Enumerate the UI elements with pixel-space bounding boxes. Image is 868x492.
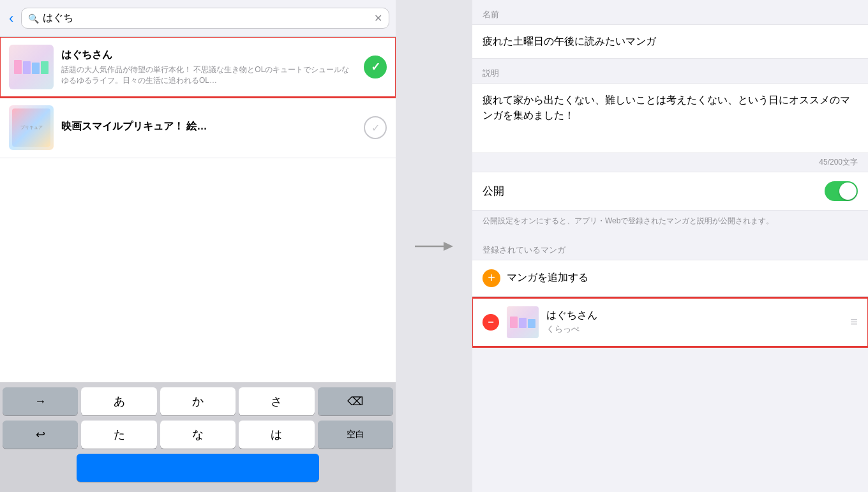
key-blue[interactable] (77, 454, 319, 482)
char-count: 45/200文字 (472, 153, 868, 172)
key-ka[interactable]: か (160, 387, 236, 415)
search-input[interactable] (43, 13, 370, 24)
search-results-list: はぐちさん 話題の大人気作品が待望の単行本化！ 不思議な生き物とOLのキュートで… (0, 37, 396, 382)
book2 (23, 61, 31, 74)
name-value-text: 疲れた土曜日の午後に読みたいマンガ (483, 34, 858, 49)
result-item-haguchi[interactable]: はぐちさん 話題の大人気作品が待望の単行本化！ 不思議な生き物とOLのキュートで… (0, 37, 396, 98)
result-desc-haguchi: 話題の大人気作品が待望の単行本化！ 不思議な生き物とOLのキュートでシュールなゆ… (61, 64, 356, 86)
key-delete[interactable]: ⌫ (318, 387, 393, 415)
result-info-haguchi: はぐちさん 話題の大人気作品が待望の単行本化！ 不思議な生き物とOLのキュートで… (61, 48, 356, 86)
key-na[interactable]: な (160, 421, 236, 449)
search-input-wrapper: 🔍 ✕ (21, 8, 389, 29)
desc-value-text: 疲れて家から出たくない、難しいことは考えたくない、という日にオススメのマンガを集… (483, 93, 858, 123)
key-ta[interactable]: た (81, 421, 156, 449)
key-ha[interactable]: は (239, 421, 314, 449)
book4 (41, 61, 49, 74)
desc-value-box[interactable]: 疲れて家から出たくない、難しいことは考えたくない、という日にオススメのマンガを集… (472, 83, 868, 153)
manga-thumb-books (510, 317, 535, 328)
toggle-row: 公開 (472, 172, 868, 211)
keyboard-row-1: → あ か さ ⌫ (3, 387, 393, 415)
keyboard-area: → あ か さ ⌫ ↩ た な は 空白 (0, 382, 396, 492)
result-check-precure[interactable]: ✓ (364, 116, 387, 139)
search-clear-button[interactable]: ✕ (374, 12, 382, 24)
book3 (32, 63, 40, 74)
drag-handle-icon[interactable]: ≡ (850, 315, 858, 329)
manga-item-info: はぐちさん くらっぺ (546, 309, 842, 335)
public-section: 公開 公開設定をオンにすると、アプリ・Webで登録されたマンガと説明が公開されま… (472, 172, 868, 235)
manga-item-title: はぐちさん (546, 309, 842, 322)
desc-section: 説明 疲れて家から出たくない、難しいことは考えたくない、という日にオススメのマン… (472, 59, 868, 172)
manga-item-thumb (507, 306, 539, 338)
mbook2 (519, 318, 527, 328)
name-label: 名前 (472, 0, 868, 24)
arrow-icon (415, 237, 453, 256)
result-thumbnail-haguchi (9, 45, 54, 89)
name-value-box[interactable]: 疲れた土曜日の午後に読みたいマンガ (472, 24, 868, 59)
registered-section: 登録されているマンガ + マンガを追加する − はぐちさん くらっぺ (472, 235, 868, 347)
result-title-precure: 映画スマイルプリキュア！ 絵… (61, 120, 356, 133)
result-thumbnail-precure: プリキュア (9, 105, 54, 150)
mbook1 (510, 317, 518, 328)
arrow-divider (396, 0, 472, 492)
registered-label: 登録されているマンガ (472, 235, 868, 260)
book1 (14, 60, 22, 74)
manga-item-author: くらっぺ (546, 324, 842, 335)
desc-label: 説明 (472, 59, 868, 83)
mbook3 (528, 319, 535, 328)
back-button[interactable]: ‹ (6, 10, 16, 27)
add-icon-circle: + (483, 269, 500, 287)
name-section: 名前 疲れた土曜日の午後に読みたいマンガ (472, 0, 868, 59)
precure-thumb-label: プリキュア (20, 124, 43, 131)
manga-list-item-wrapper: − はぐちさん くらっぺ ≡ (472, 298, 868, 347)
add-manga-label: マンガを追加する (507, 271, 588, 285)
keyboard-row-2: ↩ た な は 空白 (3, 421, 393, 449)
key-arrow[interactable]: → (3, 387, 78, 415)
check-unselected-icon: ✓ (371, 122, 380, 134)
result-info-precure: 映画スマイルプリキュア！ 絵… (61, 120, 356, 136)
check-selected-icon: ✓ (371, 60, 380, 74)
public-toggle[interactable] (825, 181, 858, 201)
public-label: 公開 (483, 184, 504, 198)
result-title-haguchi: はぐちさん (61, 48, 356, 62)
keyboard-row-3 (3, 454, 393, 482)
key-return[interactable]: ↩ (3, 421, 78, 449)
svg-marker-1 (444, 242, 453, 251)
manga-remove-button[interactable]: − (483, 314, 499, 331)
key-sa[interactable]: さ (239, 387, 314, 415)
key-a[interactable]: あ (81, 387, 156, 415)
add-manga-row[interactable]: + マンガを追加する (472, 260, 868, 297)
right-panel: 名前 疲れた土曜日の午後に読みたいマンガ 説明 疲れて家から出たくない、難しいこ… (472, 0, 868, 492)
toggle-knob (839, 183, 857, 200)
thumb-books (14, 60, 49, 74)
result-item-precure[interactable]: プリキュア 映画スマイルプリキュア！ 絵… ✓ (0, 98, 396, 158)
left-panel: ‹ 🔍 ✕ はぐちさん 話題の大人気作品が待望の単行本化！ 不思議な生き物とOL… (0, 0, 396, 492)
public-hint: 公開設定をオンにすると、アプリ・Webで登録されたマンガと説明が公開されます。 (472, 211, 868, 235)
search-icon: 🔍 (28, 13, 39, 24)
result-check-haguchi[interactable]: ✓ (364, 56, 387, 78)
key-space[interactable]: 空白 (318, 421, 393, 449)
precure-thumb-inner: プリキュア (12, 108, 50, 147)
manga-list-item-haguchi[interactable]: − はぐちさん くらっぺ ≡ (472, 298, 868, 347)
search-bar-area: ‹ 🔍 ✕ (0, 0, 396, 37)
